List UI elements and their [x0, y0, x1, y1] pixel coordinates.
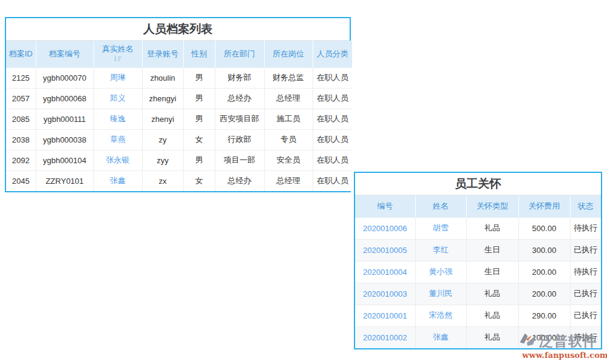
care_table-record-link[interactable]: 黄小强 — [429, 267, 453, 276]
personnel_table-cell: 在职人员 — [313, 67, 352, 88]
personnel_table-record-link[interactable]: 章燕 — [110, 135, 126, 144]
table-row: 2092ygbh000104张永银zyy男项目一部安全员在职人员 — [6, 150, 352, 170]
personnel_table-link-cell: 周琳 — [93, 67, 142, 88]
care_table-cell: 礼品 — [466, 305, 518, 326]
personnel_table-cell: 2038 — [6, 129, 36, 150]
care_table-cell: 200.00 — [518, 261, 570, 283]
table-row: 2057ygbh000068郑义zhengyi男总经办总经理在职人员 — [6, 88, 352, 109]
care_table-link-cell: 宋浩然 — [415, 305, 466, 326]
care_table-cell: 已执行 — [570, 305, 601, 326]
care_table-link-cell: 2020010002 — [355, 326, 415, 348]
personnel_table-record-link[interactable]: 周琳 — [110, 73, 126, 82]
table-row: 2125ygbh000070周琳zhoulin男财务部财务总监在职人员 — [6, 67, 352, 88]
personnel_table-col-header-4: 性别 — [183, 41, 215, 67]
personnel_table-cell: 项目一部 — [215, 150, 264, 170]
personnel_table-cell: ygbh000070 — [36, 67, 93, 88]
care_table-cell: 礼品 — [466, 326, 518, 348]
personnel_table-cell: 财务部 — [215, 67, 264, 88]
personnel_table-cell: ygbh000068 — [36, 88, 93, 109]
personnel-archive-table: 档案ID档案编号真实姓名登录账号性别所在部门所在岗位人员分类2125ygbh00… — [6, 41, 352, 191]
care_table-cell: 290.00 — [518, 305, 570, 326]
personnel-archive-panel: 人员档案列表 档案ID档案编号真实姓名登录账号性别所在部门所在岗位人员分类212… — [5, 17, 351, 192]
personnel_table-cell: 男 — [183, 150, 215, 170]
employee-care-panel: 员工关怀 编号姓名关怀类型关怀费用状态2020010006胡雪礼品500.00待… — [354, 172, 602, 349]
personnel_table-col-header-5: 所在部门 — [215, 41, 264, 67]
personnel_table-cell: 在职人员 — [313, 109, 352, 129]
table-row: 2020010005李红生日300.00已执行 — [355, 239, 601, 261]
personnel_table-cell: 财务总监 — [264, 67, 313, 88]
table-row: 2020010002张鑫礼品100.00待执行 — [355, 326, 601, 348]
personnel_table-col-header-2[interactable]: 真实姓名 — [93, 41, 142, 67]
personnel_table-link-cell: 章燕 — [93, 129, 142, 150]
care_table-link-cell: 2020010005 — [355, 239, 415, 261]
table-row: 2020010001宋浩然礼品290.00已执行 — [355, 305, 601, 326]
care_table-cell: 生日 — [466, 261, 518, 283]
care_table-record-link[interactable]: 胡雪 — [433, 223, 449, 232]
personnel_table-record-link[interactable]: 臻逸 — [110, 114, 126, 123]
care_table-record-link[interactable]: 董川民 — [429, 289, 453, 298]
care_table-link-cell: 胡雪 — [415, 217, 466, 239]
personnel_table-cell: 2092 — [6, 150, 36, 170]
table-row: 2020010003董川民礼品200.00已执行 — [355, 283, 601, 305]
employee-care-title: 员工关怀 — [355, 173, 601, 195]
care_table-col-header-0: 编号 — [355, 195, 415, 217]
personnel_table-cell: 专员 — [264, 129, 313, 150]
personnel_table-cell: 行政部 — [215, 129, 264, 150]
personnel_table-cell: zhengyi — [142, 88, 183, 109]
personnel_table-cell: 施工员 — [264, 109, 313, 129]
personnel_table-cell: 男 — [183, 109, 215, 129]
care_table-record-link[interactable]: 宋浩然 — [429, 311, 453, 320]
table-row: 2020010004黄小强生日200.00待执行 — [355, 261, 601, 283]
personnel-archive-title: 人员档案列表 — [6, 18, 350, 41]
personnel_table-col-header-6: 所在岗位 — [264, 41, 313, 67]
care_table-record-link[interactable]: 2020010005 — [363, 246, 407, 255]
care_table-col-header-4: 状态 — [570, 195, 601, 217]
sort-icon — [114, 55, 122, 64]
care_table-record-link[interactable]: 张鑫 — [433, 332, 449, 342]
personnel_table-link-cell: 郑义 — [93, 88, 142, 109]
care_table-record-link[interactable]: 2020010001 — [363, 311, 407, 320]
personnel_table-record-link[interactable]: 张永银 — [106, 155, 130, 164]
personnel_table-record-link[interactable]: 郑义 — [110, 93, 126, 103]
care_table-cell: 已执行 — [570, 283, 601, 305]
personnel_table-cell: 总经理 — [264, 88, 313, 109]
care_table-cell: 待执行 — [570, 217, 601, 239]
care_table-record-link[interactable]: 2020010002 — [363, 333, 407, 342]
personnel_table-cell: 2057 — [6, 88, 36, 109]
table-row: 2020010006胡雪礼品500.00待执行 — [355, 217, 601, 239]
care_table-cell: 200.00 — [518, 283, 570, 305]
personnel_table-col-header-0: 档案ID — [6, 41, 36, 67]
personnel_table-cell: ZZRY0101 — [36, 170, 93, 191]
personnel_table-header-row: 档案ID档案编号真实姓名登录账号性别所在部门所在岗位人员分类 — [6, 41, 352, 67]
care_table-link-cell: 2020010004 — [355, 261, 415, 283]
personnel_table-cell: ygbh000038 — [36, 129, 93, 150]
personnel_table-cell: 2045 — [6, 170, 36, 191]
personnel_table-cell: 在职人员 — [313, 129, 352, 150]
personnel_table-cell: 西安项目部 — [215, 109, 264, 129]
employee-care-table: 编号姓名关怀类型关怀费用状态2020010006胡雪礼品500.00待执行202… — [355, 195, 601, 348]
vendor-url-text: www.fanpusoft.com — [520, 351, 607, 360]
personnel_table-cell: 总经办 — [215, 88, 264, 109]
personnel_table-link-cell: 张鑫 — [93, 170, 142, 191]
personnel_table-record-link[interactable]: 张鑫 — [110, 176, 126, 185]
personnel_table-col-header-7: 人员分类 — [313, 41, 352, 67]
personnel_table-cell: 2125 — [6, 67, 36, 88]
personnel_table-cell: 安全员 — [264, 150, 313, 170]
care_table-cell: 待执行 — [570, 261, 601, 283]
personnel_table-cell: 在职人员 — [313, 170, 352, 191]
care_table-cell: 礼品 — [466, 283, 518, 305]
care_table-record-link[interactable]: 2020010003 — [363, 289, 407, 298]
care_table-cell: 礼品 — [466, 217, 518, 239]
care_table-record-link[interactable]: 2020010004 — [363, 268, 407, 277]
care_table-header-row: 编号姓名关怀类型关怀费用状态 — [355, 195, 601, 217]
care_table-link-cell: 李红 — [415, 239, 466, 261]
care_table-link-cell: 黄小强 — [415, 261, 466, 283]
personnel_table-cell: 女 — [183, 170, 215, 191]
care_table-record-link[interactable]: 2020010006 — [363, 224, 407, 233]
personnel_table-cell: 总经理 — [264, 170, 313, 191]
care_table-record-link[interactable]: 李红 — [433, 245, 449, 254]
care_table-cell: 生日 — [466, 239, 518, 261]
personnel_table-cell: 在职人员 — [313, 150, 352, 170]
table-row: 2045ZZRY0101张鑫zx女总经办总经理在职人员 — [6, 170, 352, 191]
personnel_table-cell: zhenyi — [142, 109, 183, 129]
